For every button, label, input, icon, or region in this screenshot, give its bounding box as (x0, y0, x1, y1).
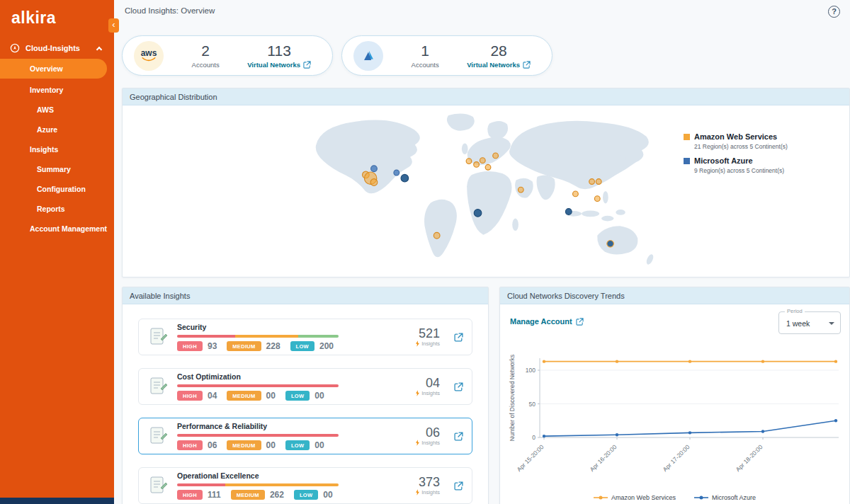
sidebar: alkira Cloud-Insights Overview Inventory… (0, 0, 114, 504)
sidebar-item-overview[interactable]: Overview (0, 59, 107, 79)
sidebar-item-insights[interactable]: Insights (0, 139, 114, 159)
sidebar-item-aws[interactable]: AWS (0, 100, 114, 120)
map-legend: Amazon Web Services 21 Region(s) across … (684, 132, 845, 181)
aws-accounts-metric: 2 Accounts (192, 42, 220, 69)
low-badge: LOW (285, 391, 310, 401)
map-dot[interactable] (371, 166, 378, 172)
svg-text:Apr 16-20:00: Apr 16-20:00 (589, 443, 618, 473)
map-dot[interactable] (565, 209, 572, 215)
azure-legend-detail: 9 Region(s) across 5 Continent(s) (694, 167, 845, 174)
svg-text:Apr 18-20:00: Apr 18-20:00 (735, 443, 764, 473)
map-dot[interactable] (401, 174, 409, 182)
high-badge: HIGH (177, 341, 203, 351)
map-dot[interactable] (394, 170, 400, 176)
external-link-icon[interactable] (454, 481, 463, 491)
manage-account-link[interactable]: Manage Account (510, 317, 584, 326)
external-link-icon[interactable] (454, 333, 463, 342)
trends-panel-title: Cloud Networks Discovery Trends (500, 287, 849, 304)
insight-row-operational-excellence[interactable]: Operational Excellence HIGH111 MEDIUM262… (138, 467, 472, 504)
map-dot[interactable] (589, 179, 595, 185)
external-link-icon (576, 318, 584, 326)
map-dot[interactable] (493, 153, 499, 159)
external-link-icon (303, 61, 311, 69)
legend-item-azure: Microsoft Azure 9 Region(s) across 5 Con… (684, 156, 845, 174)
map-dot[interactable] (474, 210, 482, 217)
aws-series-label: Amazon Web Services (611, 494, 676, 501)
severity-bar-segment (177, 483, 225, 486)
svg-text:Number of Discovered Networks: Number of Discovered Networks (509, 355, 516, 441)
external-link-icon[interactable] (454, 432, 463, 441)
legend-item-aws: Amazon Web Services 21 Region(s) across … (684, 132, 845, 150)
aws-legend-detail: 21 Region(s) across 5 Continent(s) (694, 143, 845, 150)
severity-bar-segment (177, 335, 235, 338)
performance-insight-icon (147, 425, 169, 447)
aws-logo-text: aws (141, 50, 157, 57)
aws-networks-value: 113 (247, 42, 311, 59)
sidebar-section-label: Cloud-Insights (26, 44, 80, 52)
azure-networks-caption: Virtual Networks (467, 61, 520, 69)
world-map (297, 108, 679, 276)
azure-series-swatch (694, 496, 708, 500)
sidebar-item-azure[interactable]: Azure (0, 120, 114, 139)
discovery-trends-chart: 050100Apr 15-20:00Apr 16-20:00Apr 17-20:… (506, 331, 844, 486)
map-dot[interactable] (594, 196, 600, 202)
svg-text:0: 0 (532, 434, 536, 441)
insight-row-performance-reliability[interactable]: Performance & Reliability HIGH06 MEDIUM0… (138, 418, 472, 454)
azure-accounts-caption: Accounts (412, 61, 439, 69)
high-count: 93 (208, 341, 217, 351)
map-dot[interactable] (596, 179, 601, 185)
low-badge: LOW (294, 490, 318, 500)
azure-networks-value: 28 (467, 42, 531, 59)
azure-networks-link[interactable]: Virtual Networks (467, 61, 531, 69)
insight-total-value: 521 (415, 327, 440, 340)
low-badge: LOW (285, 440, 310, 450)
map-dot[interactable] (480, 158, 485, 164)
aws-networks-link[interactable]: Virtual Networks (247, 61, 311, 69)
map-dot[interactable] (485, 164, 491, 170)
cost-optimization-insight-icon (147, 376, 169, 397)
sidebar-item-account-management[interactable]: Account Management (0, 219, 114, 239)
sidebar-item-configuration[interactable]: Configuration (0, 179, 114, 199)
azure-legend-swatch (684, 158, 690, 164)
geographical-distribution-panel: Geographical Distribution (122, 88, 850, 277)
aws-legend-name: Amazon Web Services (694, 132, 777, 141)
medium-count: 00 (266, 440, 276, 450)
insight-total: 06 Insights (415, 426, 440, 446)
external-link-icon[interactable] (454, 382, 463, 391)
sidebar-item-reports[interactable]: Reports (0, 199, 114, 219)
map-dot[interactable] (434, 232, 440, 239)
high-badge: HIGH (177, 490, 203, 500)
aws-legend-swatch (684, 134, 690, 140)
sidebar-collapse-button[interactable]: ‹ (108, 18, 119, 33)
sidebar-item-inventory[interactable]: Inventory (0, 80, 114, 100)
map-dot[interactable] (474, 162, 480, 168)
help-icon[interactable]: ? (828, 6, 840, 18)
map-dot[interactable] (370, 179, 378, 186)
map-dot[interactable] (573, 191, 579, 197)
sidebar-item-cloud-insights[interactable]: Cloud-Insights (0, 28, 114, 57)
insight-row-security[interactable]: Security HIGH93 MEDIUM228 LOW200 521 Ins… (138, 319, 472, 355)
map-dot[interactable] (607, 240, 614, 247)
insight-name: Operational Excellence (177, 471, 339, 481)
azure-triangle-icon (361, 48, 376, 64)
insight-row-cost-optimization[interactable]: Cost Optimization HIGH04 MEDIUM00 LOW00 … (138, 368, 472, 405)
insights-panel-title: Available Insights (123, 287, 488, 304)
medium-badge: MEDIUM (231, 490, 265, 500)
insight-total-value: 06 (415, 426, 440, 440)
insight-total: 373 Insights (415, 476, 440, 496)
medium-badge: MEDIUM (227, 440, 261, 450)
chart-legend-item-aws: Amazon Web Services (594, 494, 676, 501)
map-dot[interactable] (466, 159, 472, 164)
sidebar-item-summary[interactable]: Summary (0, 159, 114, 179)
high-count: 111 (208, 490, 221, 500)
severity-bar (177, 384, 339, 387)
aws-logo-icon: aws (134, 41, 164, 71)
aws-accounts-caption: Accounts (192, 61, 220, 69)
sidebar-nav: Overview Inventory AWS Azure Insights Su… (0, 59, 114, 239)
azure-series-label: Microsoft Azure (712, 494, 756, 501)
map-dot[interactable] (518, 187, 523, 193)
low-count: 00 (323, 490, 332, 500)
medium-count: 262 (270, 490, 284, 500)
high-badge: HIGH (177, 391, 203, 401)
alkira-logo: alkira (0, 0, 114, 28)
